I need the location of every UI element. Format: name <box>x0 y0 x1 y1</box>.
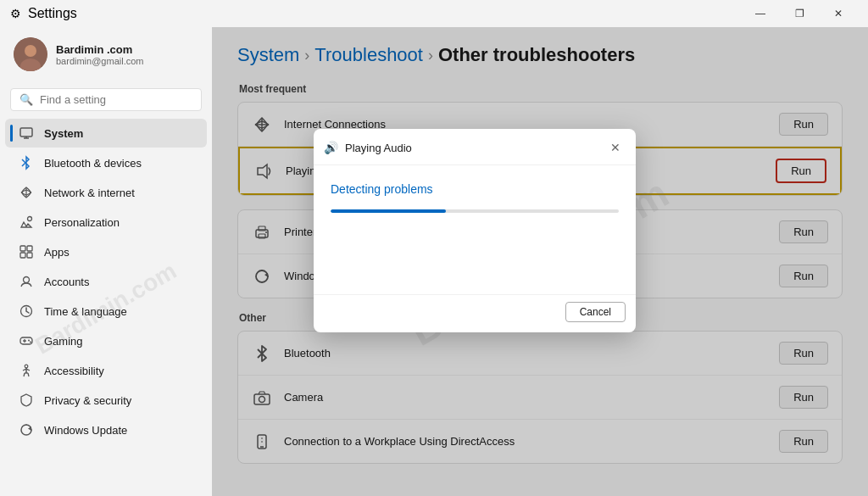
sidebar-item-network[interactable]: Network & internet <box>5 178 207 207</box>
modal-titlebar: 🔊 Playing Audio ✕ <box>314 129 636 165</box>
user-name: Bardimin .com <box>56 43 143 56</box>
sidebar-label-accounts: Accounts <box>44 276 89 288</box>
svg-point-19 <box>25 365 28 368</box>
sidebar: Bardimin .com bardimin@gmail.com 🔍 Syste… <box>0 27 212 496</box>
titlebar: ⚙ Settings — ❐ ✕ <box>0 0 868 27</box>
modal-overlay: 🔊 Playing Audio ✕ Detecting problems Can… <box>212 27 868 496</box>
modal-footer: Cancel <box>314 294 636 332</box>
titlebar-left: ⚙ Settings <box>10 6 77 21</box>
personalization-nav-icon <box>19 215 34 230</box>
sidebar-item-time[interactable]: Time & language <box>5 297 207 326</box>
progress-bar-fill <box>331 209 446 213</box>
modal-dialog: 🔊 Playing Audio ✕ Detecting problems Can… <box>314 129 636 332</box>
sidebar-label-personalization: Personalization <box>44 216 120 229</box>
network-nav-icon <box>19 185 34 200</box>
sidebar-item-apps[interactable]: Apps <box>5 237 207 266</box>
svg-rect-9 <box>27 246 32 251</box>
apps-nav-icon <box>19 244 34 259</box>
sidebar-item-system[interactable]: System <box>5 119 207 148</box>
svg-line-21 <box>24 373 25 376</box>
svg-point-1 <box>25 45 36 57</box>
avatar-img <box>14 37 47 71</box>
progress-bar-container <box>331 209 619 213</box>
svg-point-18 <box>30 342 31 343</box>
titlebar-title: Settings <box>28 6 77 21</box>
app-body: Bardimin .com bardimin@gmail.com 🔍 Syste… <box>0 27 868 496</box>
close-button[interactable]: ✕ <box>819 0 858 27</box>
sidebar-item-bluetooth[interactable]: Bluetooth & devices <box>5 148 207 177</box>
sidebar-item-privacy[interactable]: Privacy & security <box>5 386 207 415</box>
user-profile[interactable]: Bardimin .com bardimin@gmail.com <box>0 27 212 81</box>
gaming-nav-icon <box>19 333 34 348</box>
bluetooth-nav-icon <box>19 155 34 170</box>
privacy-nav-icon <box>19 393 34 408</box>
svg-point-7 <box>28 217 32 221</box>
sidebar-label-apps: Apps <box>44 246 70 259</box>
sidebar-label-accessibility: Accessibility <box>44 365 104 377</box>
accounts-nav-icon <box>19 274 34 289</box>
modal-title: Playing Audio <box>345 142 598 154</box>
sidebar-label-gaming: Gaming <box>44 335 83 348</box>
search-icon: 🔍 <box>19 93 33 106</box>
sidebar-label-time: Time & language <box>44 305 127 318</box>
sidebar-item-accessibility[interactable]: Accessibility <box>5 356 207 385</box>
svg-rect-3 <box>20 128 32 137</box>
main-content: System › Troubleshoot › Other troublesho… <box>212 27 868 496</box>
svg-point-17 <box>28 340 30 342</box>
maximize-button[interactable]: ❐ <box>780 0 819 27</box>
sidebar-item-personalization[interactable]: Personalization <box>5 208 207 237</box>
modal-body: Detecting problems <box>314 165 636 294</box>
avatar <box>14 37 47 71</box>
cancel-button[interactable]: Cancel <box>565 302 626 322</box>
sidebar-item-gaming[interactable]: Gaming <box>5 326 207 355</box>
modal-detecting-label: Detecting problems <box>331 182 619 196</box>
search-input[interactable] <box>40 93 192 106</box>
accessibility-nav-icon <box>19 363 34 378</box>
modal-close-button[interactable]: ✕ <box>605 137 626 158</box>
user-email: bardimin@gmail.com <box>56 56 143 66</box>
svg-line-22 <box>28 373 29 376</box>
app-icon: ⚙ <box>10 7 21 20</box>
sidebar-item-accounts[interactable]: Accounts <box>5 267 207 296</box>
sidebar-label-network: Network & internet <box>44 187 135 199</box>
search-container: 🔍 <box>10 88 202 111</box>
windows_update-nav-icon <box>19 422 34 437</box>
svg-marker-23 <box>28 426 31 431</box>
modal-audio-icon: 🔊 <box>324 141 338 154</box>
system-nav-icon <box>19 125 34 141</box>
svg-rect-10 <box>20 253 25 258</box>
time-nav-icon <box>19 304 34 319</box>
user-info: Bardimin .com bardimin@gmail.com <box>56 43 143 66</box>
svg-rect-8 <box>20 246 25 251</box>
titlebar-controls: — ❐ ✕ <box>741 0 858 27</box>
svg-rect-11 <box>27 253 32 258</box>
minimize-button[interactable]: — <box>741 0 780 27</box>
sidebar-label-bluetooth: Bluetooth & devices <box>44 157 142 170</box>
sidebar-label-system: System <box>44 127 83 140</box>
sidebar-label-privacy: Privacy & security <box>44 394 131 407</box>
sidebar-label-windows_update: Windows Update <box>44 424 127 437</box>
svg-point-12 <box>24 277 30 283</box>
sidebar-nav: SystemBluetooth & devicesNetwork & inter… <box>0 118 212 445</box>
sidebar-item-windows_update[interactable]: Windows Update <box>5 415 207 444</box>
